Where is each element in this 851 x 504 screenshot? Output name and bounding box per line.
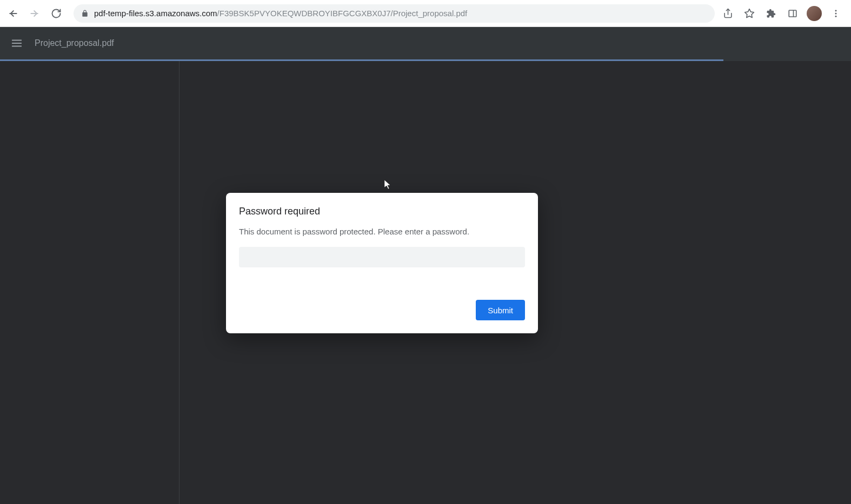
svg-point-7 <box>835 12 837 14</box>
reload-icon <box>51 8 62 19</box>
pdf-filename: Project_proposal.pdf <box>35 38 114 48</box>
dialog-actions: Submit <box>239 300 525 320</box>
forward-button[interactable] <box>26 5 43 22</box>
bookmark-button[interactable] <box>742 6 757 21</box>
address-bar[interactable]: pdf-temp-files.s3.amazonaws.com/F39BSK5P… <box>74 4 715 23</box>
pdf-content-area: Password required This document is passw… <box>0 61 851 504</box>
star-icon <box>744 8 755 19</box>
sidepanel-button[interactable] <box>785 6 800 21</box>
arrow-right-icon <box>29 8 40 19</box>
pdf-menu-button[interactable] <box>11 37 23 49</box>
svg-point-6 <box>835 10 837 11</box>
dialog-message: This document is password protected. Ple… <box>239 227 525 236</box>
reload-button[interactable] <box>48 5 65 22</box>
browser-toolbar: pdf-temp-files.s3.amazonaws.com/F39BSK5P… <box>0 0 851 27</box>
share-button[interactable] <box>720 6 735 21</box>
share-icon <box>723 8 733 18</box>
puzzle-icon <box>766 9 776 18</box>
password-dialog: Password required This document is passw… <box>226 193 538 333</box>
submit-button[interactable]: Submit <box>476 300 525 320</box>
chrome-right-controls <box>720 6 847 21</box>
pdf-viewer-header: Project_proposal.pdf <box>0 27 851 59</box>
nav-buttons <box>4 5 65 22</box>
pdf-sidebar <box>0 61 179 504</box>
svg-marker-3 <box>745 9 754 17</box>
profile-avatar[interactable] <box>807 6 822 21</box>
svg-point-8 <box>835 15 837 17</box>
lock-icon <box>81 10 89 17</box>
url-path: /F39BSK5PVYOKEQWDBROYIBFGCGXBX0J7/Projec… <box>217 9 468 18</box>
menu-button[interactable] <box>828 6 843 21</box>
url-host: pdf-temp-files.s3.amazonaws.com <box>94 9 217 18</box>
arrow-left-icon <box>8 8 18 19</box>
dialog-title: Password required <box>239 206 525 217</box>
panel-icon <box>788 9 797 18</box>
svg-rect-4 <box>789 10 796 17</box>
password-input[interactable] <box>239 247 525 267</box>
more-vertical-icon <box>831 9 841 18</box>
extensions-button[interactable] <box>763 6 779 21</box>
hamburger-icon <box>11 37 23 49</box>
back-button[interactable] <box>4 5 22 22</box>
